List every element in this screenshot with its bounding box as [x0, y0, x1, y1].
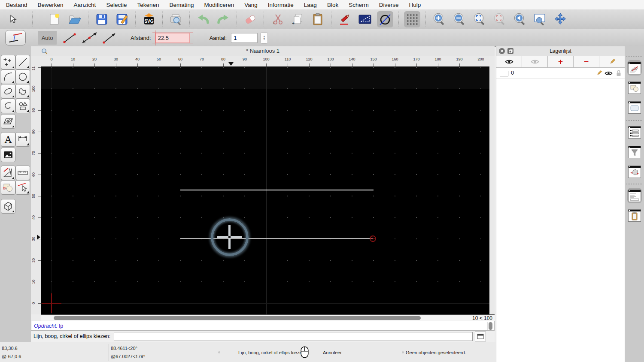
menu-item[interactable]: Selectie	[106, 2, 127, 8]
hide-all-layers-button[interactable]	[522, 56, 548, 67]
tool-circle-button[interactable]	[15, 69, 30, 84]
tool-text-button[interactable]: A	[1, 132, 15, 147]
tool-ruler-button[interactable]	[15, 166, 30, 180]
tool-curve-button[interactable]	[1, 99, 15, 113]
menu-item[interactable]: Vang	[244, 2, 258, 8]
curve-icon	[3, 101, 13, 111]
afstand-input[interactable]	[155, 33, 190, 43]
menu-item[interactable]: Bewerken	[38, 2, 64, 8]
pan-button[interactable]	[552, 11, 568, 27]
shapes-panel-toggle[interactable]	[627, 80, 642, 95]
command-panel-icon	[628, 190, 641, 202]
menu-item[interactable]: Bemating	[169, 2, 194, 8]
save-as-button[interactable]	[114, 11, 130, 27]
svg-text:+: +	[292, 21, 295, 26]
parallel-line-tool-button[interactable]	[5, 30, 26, 45]
block-panel-toggle[interactable]	[627, 164, 642, 179]
tool-drafting-button[interactable]	[1, 166, 15, 180]
zoom-previous-icon	[513, 13, 526, 26]
tool-ellipse-button[interactable]	[1, 84, 15, 99]
draw-properties-button[interactable]	[337, 11, 353, 27]
menu-item[interactable]: Aanzicht	[74, 2, 96, 8]
remove-layer-button[interactable]: −	[574, 56, 599, 67]
tool-spline-button[interactable]	[15, 84, 30, 99]
tool-shapes-button[interactable]	[15, 99, 30, 113]
tool-edit-line-button[interactable]	[15, 180, 30, 195]
print-preview-button[interactable]	[168, 11, 184, 27]
add-layer-button[interactable]: +	[548, 56, 574, 67]
menu-item[interactable]: Laag	[304, 2, 317, 8]
menu-item[interactable]: Modificeren	[204, 2, 234, 8]
select-tool-button[interactable]	[4, 11, 21, 27]
layer-color-swatch[interactable]	[500, 71, 508, 76]
auto-mode-button[interactable]: Auto	[38, 31, 57, 45]
aantal-field-wrapper: ▲ ▼	[231, 32, 268, 44]
line-midpoint-button[interactable]	[80, 31, 100, 45]
zoom-window-button[interactable]	[532, 11, 548, 27]
grid-snap-toggle[interactable]	[404, 11, 420, 27]
erase-button[interactable]	[242, 11, 258, 27]
aantal-input[interactable]	[231, 33, 258, 43]
menu-item[interactable]: Scherm	[349, 2, 369, 8]
menu-item[interactable]: Diverse	[379, 2, 399, 8]
command-panel-toggle[interactable]	[627, 188, 642, 203]
save-button[interactable]	[94, 11, 110, 27]
list-panel-toggle[interactable]	[627, 124, 642, 140]
zoom-in-button[interactable]	[431, 11, 447, 27]
open-file-button[interactable]	[67, 11, 83, 27]
layer-row[interactable]: 0	[496, 68, 625, 79]
new-file-button[interactable]	[46, 11, 63, 27]
zoom-out-button[interactable]	[451, 11, 468, 27]
cut-button[interactable]: +	[269, 11, 286, 27]
layer-eye-icon[interactable]	[605, 71, 613, 76]
dimension-style-button[interactable]	[357, 11, 373, 27]
line-two-points-button[interactable]	[60, 31, 80, 45]
tool-image-button[interactable]	[1, 148, 15, 162]
paste-button[interactable]	[310, 11, 326, 27]
tool-dimension-button[interactable]	[15, 132, 30, 147]
dimension-icon	[17, 134, 28, 145]
drawn-line-lower[interactable]	[180, 238, 373, 239]
scrollbar-thumb[interactable]	[54, 316, 421, 320]
command-panel-button[interactable]	[475, 332, 486, 341]
menu-item[interactable]: Tekenen	[137, 2, 159, 8]
aantal-label: Aantal:	[210, 35, 227, 41]
edit-layer-button[interactable]	[599, 56, 625, 67]
zoom-extents-button[interactable]	[471, 11, 488, 27]
layer-pencil-icon[interactable]	[596, 70, 602, 76]
command-input[interactable]	[114, 332, 473, 341]
zoom-previous-button[interactable]	[512, 11, 528, 27]
tool-points-button[interactable]	[1, 55, 15, 69]
copy-button[interactable]: +	[289, 11, 306, 27]
status-hint: Lijn, boog, cirkel of ellips kiezen	[238, 350, 305, 355]
show-all-layers-button[interactable]	[496, 56, 522, 67]
circle-tool-toggle[interactable]	[377, 11, 393, 27]
drawing-canvas[interactable]	[41, 66, 489, 314]
menu-item[interactable]: Informatie	[268, 2, 294, 8]
zoom-selection-button[interactable]	[492, 11, 508, 27]
history-scrollbar[interactable]	[487, 322, 494, 330]
redo-button[interactable]	[215, 11, 231, 27]
layers-panel-toggle[interactable]	[627, 60, 642, 75]
drawn-line-upper[interactable]	[180, 190, 374, 190]
menu-item[interactable]: Bestand	[6, 2, 27, 8]
menu-item[interactable]: Hulp	[409, 2, 421, 8]
undo-button[interactable]	[195, 11, 211, 27]
stepper-down-icon[interactable]: ▼	[263, 38, 265, 40]
tool-line-button[interactable]	[15, 55, 30, 69]
aantal-stepper[interactable]: ▲ ▼	[260, 32, 268, 44]
tool-3d-box-button[interactable]	[1, 199, 15, 214]
tool-group-button[interactable]	[1, 180, 15, 195]
clipboard-panel-toggle[interactable]	[627, 208, 642, 223]
properties-panel-toggle[interactable]	[627, 100, 642, 115]
line-direction-button[interactable]	[100, 31, 119, 45]
history-scrollbar-thumb[interactable]	[489, 322, 492, 330]
tool-arc-button[interactable]	[1, 69, 15, 84]
layer-lock-icon[interactable]	[616, 70, 621, 76]
horizontal-scrollbar[interactable]: 10 < 100	[41, 314, 495, 321]
menu-item[interactable]: Blok	[327, 2, 338, 8]
svg-export-button[interactable]: SVG	[141, 11, 157, 27]
line-two-points-icon	[61, 31, 79, 45]
filter-panel-toggle[interactable]	[627, 144, 642, 160]
tool-hatch-button[interactable]	[1, 114, 15, 129]
